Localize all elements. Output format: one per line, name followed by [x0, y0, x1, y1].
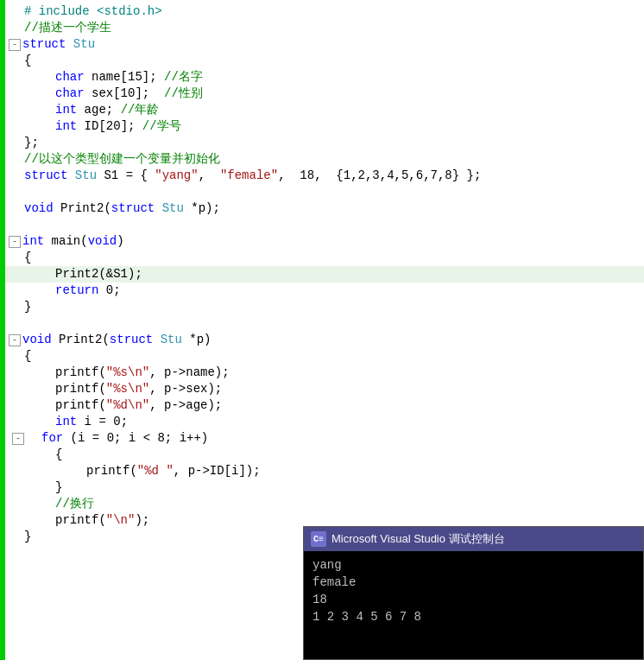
code-area: # include <stdio.h> //描述一个学生 - struct St…: [5, 0, 644, 549]
line-29: printf("%d ", p->ID[i]);: [5, 463, 644, 479]
line-21: - void Print2(struct Stu *p): [5, 332, 644, 348]
line-15: - int main(void): [5, 233, 644, 250]
line-25: printf("%d\n", p->age);: [5, 397, 644, 414]
line-17: Print2(&S1);: [5, 266, 644, 282]
line-9: };: [5, 135, 644, 151]
collapse-btn-struct[interactable]: -: [9, 39, 21, 51]
output-line-2: female: [313, 574, 635, 591]
collapse-btn-print2[interactable]: -: [9, 334, 21, 346]
line-3: - struct Stu: [5, 36, 644, 53]
output-line-4: 1 2 3 4 5 6 7 8: [313, 608, 635, 625]
line-27: - for (i = 0; i < 8; i++): [5, 430, 644, 447]
line-31: //换行: [5, 496, 644, 512]
console-window: C≡ Microsoft Visual Studio 调试控制台 yang fe…: [303, 526, 644, 660]
line-14: [5, 217, 644, 233]
line-1: # include <stdio.h>: [5, 3, 644, 20]
line-24: printf("%s\n", p->sex);: [5, 381, 644, 397]
line-6: char sex[10]; //性别: [5, 86, 644, 102]
console-titlebar: C≡ Microsoft Visual Studio 调试控制台: [304, 527, 643, 551]
console-output: yang female 18 1 2 3 4 5 6 7 8: [304, 551, 643, 631]
output-line-1: yang: [313, 556, 635, 574]
collapse-btn-for[interactable]: -: [12, 433, 24, 445]
line-20: [5, 315, 644, 332]
line-13: void Print2(struct Stu *p);: [5, 200, 644, 217]
line-7: int age; //年龄: [5, 102, 644, 118]
line-28: {: [5, 447, 644, 463]
code-editor: # include <stdio.h> //描述一个学生 - struct St…: [0, 0, 644, 660]
line-8: int ID[20]; //学号: [5, 118, 644, 135]
line-23: printf("%s\n", p->name);: [5, 365, 644, 381]
line-26: int i = 0;: [5, 414, 644, 430]
line-18: return 0;: [5, 282, 644, 299]
line-19: }: [5, 299, 644, 315]
collapse-btn-main[interactable]: -: [9, 236, 21, 248]
output-line-3: 18: [313, 591, 635, 608]
line-text: # include <stdio.h>: [24, 3, 162, 20]
line-10: //以这个类型创建一个变量并初始化: [5, 151, 644, 168]
line-2: //描述一个学生: [5, 20, 644, 36]
line-5: char name[15]; //名字: [5, 69, 644, 86]
line-11: struct Stu S1 = { "yang", "female", 18, …: [5, 168, 644, 184]
console-title: Microsoft Visual Studio 调试控制台: [331, 531, 505, 547]
line-12: [5, 184, 644, 200]
line-4: {: [5, 53, 644, 69]
line-text: //描述一个学生: [24, 20, 111, 36]
line-16: {: [5, 250, 644, 266]
line-30: }: [5, 479, 644, 496]
line-22: {: [5, 348, 644, 365]
vs-icon: C≡: [311, 531, 326, 547]
